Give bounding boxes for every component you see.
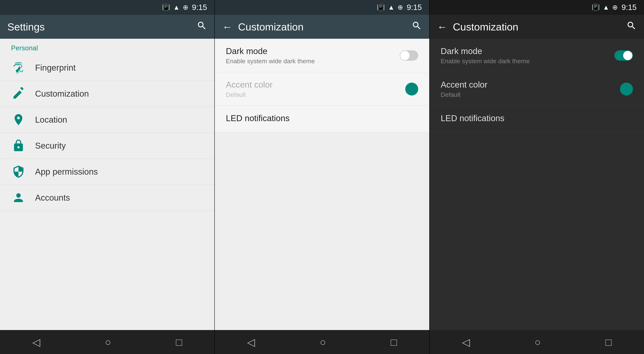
accent-color-item-light[interactable]: Accent color Default bbox=[215, 72, 429, 106]
led-notifications-text-light: LED notifications bbox=[226, 113, 418, 125]
status-bar-1: 📳 ▲ ⊕ 9:15 bbox=[0, 0, 214, 15]
accent-color-text-dark: Accent color Default bbox=[441, 80, 620, 98]
status-icons-1: 📳 ▲ ⊕ bbox=[162, 3, 188, 11]
menu-item-customization[interactable]: Customization bbox=[0, 81, 214, 107]
bottom-nav-1: ◁ ○ □ bbox=[0, 330, 214, 354]
menu-item-app-permissions-label: App permissions bbox=[35, 167, 98, 177]
battery-icon-2: ⊕ bbox=[398, 3, 403, 11]
back-button-2[interactable]: ← bbox=[222, 21, 232, 33]
accent-color-dot-dark[interactable] bbox=[620, 83, 633, 96]
customization-content-light: Dark mode Enable system wide dark theme … bbox=[215, 39, 429, 330]
bottom-nav-2: ◁ ○ □ bbox=[215, 330, 429, 354]
top-bar-2: ← Customization bbox=[215, 15, 429, 39]
status-bar-3: 📳 ▲ ⊕ 9:15 bbox=[430, 0, 644, 15]
home-nav-button-3[interactable]: ○ bbox=[527, 333, 548, 352]
status-icons-3: 📳 ▲ ⊕ bbox=[592, 3, 618, 11]
accent-color-item-dark[interactable]: Accent color Default bbox=[430, 72, 644, 106]
home-nav-button-2[interactable]: ○ bbox=[312, 333, 334, 352]
page-title-3: Customization bbox=[453, 21, 626, 33]
signal-icon-3: ▲ bbox=[603, 3, 610, 11]
menu-item-security-label: Security bbox=[35, 141, 66, 151]
back-nav-button-3[interactable]: ◁ bbox=[454, 333, 477, 352]
menu-item-accounts-label: Accounts bbox=[35, 193, 70, 203]
accent-color-title-dark: Accent color bbox=[441, 80, 620, 90]
app-permissions-icon bbox=[11, 164, 26, 179]
dark-mode-item-light[interactable]: Dark mode Enable system wide dark theme bbox=[215, 39, 429, 72]
led-notifications-title-dark: LED notifications bbox=[441, 113, 633, 123]
security-icon bbox=[11, 138, 26, 153]
search-button-2[interactable] bbox=[412, 20, 422, 33]
led-notifications-title-light: LED notifications bbox=[226, 113, 418, 123]
page-title-1: Settings bbox=[8, 21, 197, 33]
settings-panel: 📳 ▲ ⊕ 9:15 Settings Personal Fingerprint… bbox=[0, 0, 214, 354]
led-notifications-item-dark[interactable]: LED notifications bbox=[430, 106, 644, 132]
status-time-2: 9:15 bbox=[407, 3, 422, 12]
status-time-1: 9:15 bbox=[192, 3, 207, 12]
dark-mode-title-dark: Dark mode bbox=[441, 46, 614, 56]
dark-mode-text-light: Dark mode Enable system wide dark theme bbox=[226, 46, 400, 65]
section-header-personal: Personal bbox=[0, 39, 214, 55]
search-button-1[interactable] bbox=[197, 20, 207, 33]
dark-mode-title-light: Dark mode bbox=[226, 46, 400, 56]
top-bar-1: Settings bbox=[0, 15, 214, 39]
bottom-nav-3: ◁ ○ □ bbox=[430, 330, 644, 354]
status-time-3: 9:15 bbox=[622, 3, 636, 12]
menu-item-customization-label: Customization bbox=[35, 89, 89, 99]
customization-panel-dark: 📳 ▲ ⊕ 9:15 ← Customization Dark mode Ena… bbox=[429, 0, 644, 354]
led-notifications-item-light[interactable]: LED notifications bbox=[215, 106, 429, 132]
customization-content-dark: Dark mode Enable system wide dark theme … bbox=[430, 39, 644, 330]
settings-content: Personal Fingerprint Customization Locat… bbox=[0, 39, 214, 330]
page-title-2: Customization bbox=[238, 21, 411, 33]
customization-panel-light: 📳 ▲ ⊕ 9:15 ← Customization Dark mode Ena… bbox=[214, 0, 429, 354]
back-button-3[interactable]: ← bbox=[437, 21, 447, 33]
vibrate-icon: 📳 bbox=[162, 3, 170, 11]
accent-color-dot-light[interactable] bbox=[405, 83, 418, 96]
dark-mode-toggle-light[interactable] bbox=[400, 50, 418, 61]
signal-icon: ▲ bbox=[173, 3, 180, 11]
menu-item-fingerprint-label: Fingerprint bbox=[35, 63, 76, 73]
vibrate-icon-2: 📳 bbox=[377, 3, 385, 11]
status-icons-2: 📳 ▲ ⊕ bbox=[377, 3, 403, 11]
accounts-icon bbox=[11, 190, 26, 205]
back-nav-button-1[interactable]: ◁ bbox=[25, 333, 48, 352]
fingerprint-icon bbox=[11, 60, 26, 75]
accent-color-text-light: Accent color Default bbox=[226, 80, 405, 98]
recents-nav-button-1[interactable]: □ bbox=[168, 333, 190, 352]
customization-icon bbox=[11, 86, 26, 101]
accent-color-subtitle-dark: Default bbox=[441, 91, 620, 98]
dark-mode-text-dark: Dark mode Enable system wide dark theme bbox=[441, 46, 614, 65]
search-button-3[interactable] bbox=[626, 20, 636, 33]
back-nav-button-2[interactable]: ◁ bbox=[240, 333, 262, 352]
location-icon bbox=[11, 112, 26, 127]
top-bar-3: ← Customization bbox=[430, 15, 644, 39]
menu-item-fingerprint[interactable]: Fingerprint bbox=[0, 55, 214, 81]
accent-color-subtitle-light: Default bbox=[226, 91, 405, 98]
menu-item-location-label: Location bbox=[35, 115, 67, 125]
dark-mode-subtitle-dark: Enable system wide dark theme bbox=[441, 57, 614, 65]
dark-mode-item-dark[interactable]: Dark mode Enable system wide dark theme bbox=[430, 39, 644, 72]
recents-nav-button-3[interactable]: □ bbox=[598, 333, 619, 352]
accent-color-title-light: Accent color bbox=[226, 80, 405, 90]
led-notifications-text-dark: LED notifications bbox=[441, 113, 633, 125]
vibrate-icon-3: 📳 bbox=[592, 3, 600, 11]
status-bar-2: 📳 ▲ ⊕ 9:15 bbox=[215, 0, 429, 15]
battery-icon-3: ⊕ bbox=[612, 3, 618, 11]
signal-icon-2: ▲ bbox=[388, 3, 394, 11]
dark-mode-toggle-dark[interactable] bbox=[614, 50, 633, 61]
dark-mode-subtitle-light: Enable system wide dark theme bbox=[226, 57, 400, 65]
menu-item-app-permissions[interactable]: App permissions bbox=[0, 159, 214, 185]
recents-nav-button-2[interactable]: □ bbox=[383, 333, 404, 352]
menu-item-security[interactable]: Security bbox=[0, 133, 214, 159]
home-nav-button-1[interactable]: ○ bbox=[98, 333, 118, 352]
menu-item-accounts[interactable]: Accounts bbox=[0, 185, 214, 211]
battery-icon: ⊕ bbox=[183, 3, 188, 11]
menu-item-location[interactable]: Location bbox=[0, 107, 214, 133]
